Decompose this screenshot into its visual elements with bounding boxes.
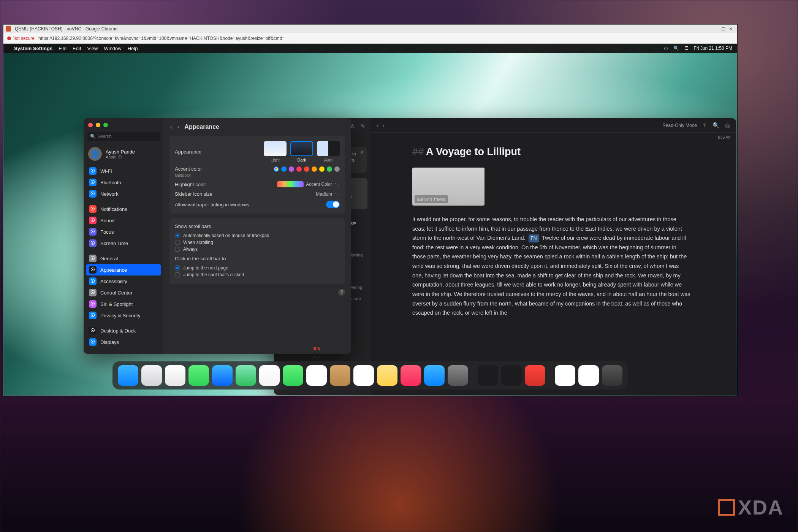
dock-app-appstore[interactable] <box>424 365 445 386</box>
sidebar-item-accessibility[interactable]: ⦿ Accessibility <box>86 276 161 287</box>
document-body[interactable]: ##A Voyage to Lilliput Gulliver's Travel… <box>370 139 736 333</box>
dock-app-textedit[interactable] <box>555 365 575 386</box>
dock-app-reminders[interactable] <box>353 365 374 386</box>
dock-app-launchpad[interactable] <box>141 365 162 386</box>
dock-app-ulysses[interactable] <box>478 365 498 386</box>
dock-app-calendar[interactable]: JUN21 <box>306 365 327 386</box>
search-icon: 🔍 <box>90 134 96 139</box>
menubar-view[interactable]: View <box>87 46 98 51</box>
help-button[interactable]: ? <box>338 289 345 296</box>
spotlight-icon[interactable]: 🔍 <box>673 46 679 51</box>
screen-mirror-icon[interactable]: ▭ <box>664 46 668 51</box>
sidebar-item-sound[interactable]: ⦿ Sound <box>86 215 161 226</box>
scroll-option[interactable]: Always <box>175 247 340 252</box>
click-option[interactable]: Jump to the next page <box>175 265 340 271</box>
dock-app-cards[interactable] <box>525 365 545 386</box>
wallpaper-tint-toggle[interactable] <box>326 201 340 208</box>
url-input[interactable] <box>38 36 733 41</box>
accent-swatch[interactable] <box>281 166 287 172</box>
radio-icon <box>175 272 180 277</box>
bt-icon: ⦿ <box>89 179 97 186</box>
doc-image[interactable]: Gulliver's Travels <box>412 168 484 206</box>
dock-app-settings[interactable] <box>448 365 468 386</box>
close-icon[interactable]: ✕ <box>360 149 364 156</box>
nav-back-icon[interactable]: ‹ <box>170 124 172 130</box>
accent-swatch[interactable] <box>296 166 302 172</box>
accent-swatch[interactable] <box>327 166 332 172</box>
sidebar-item-focus[interactable]: ⦿ Focus <box>86 226 161 238</box>
theme-light[interactable]: Light <box>264 141 287 162</box>
dock-app-finder[interactable] <box>118 365 138 386</box>
system-settings-window[interactable]: 🔍 👤 Ayush Pande Apple ID ⦿ Wi-Fi ⦿ Bluet… <box>84 118 351 354</box>
sidebar-item-desktop-dock[interactable]: ⦿ Desktop & Dock <box>86 325 161 336</box>
sidebar-icon-popup[interactable]: Medium⌃⌄ <box>316 192 340 197</box>
ulysses-new-sheet-icon[interactable]: ✎ <box>360 123 365 130</box>
scroll-option[interactable]: When scrolling <box>175 240 340 245</box>
window-maximize-icon[interactable]: ▢ <box>719 26 727 32</box>
zoom-button[interactable] <box>103 123 108 127</box>
accent-swatch[interactable] <box>304 166 309 172</box>
accent-multicolor[interactable] <box>274 166 279 172</box>
accent-swatch[interactable] <box>312 166 317 172</box>
dock: JUN21 <box>112 361 628 390</box>
highlight-popup[interactable]: Accent Color⌃⌄ <box>306 182 340 187</box>
radio-label: Automatically based on mouse or trackpad <box>183 233 269 238</box>
dock-app-trash[interactable] <box>602 365 622 386</box>
settings-search-input[interactable] <box>87 132 160 141</box>
window-close-icon[interactable]: ✕ <box>727 26 735 32</box>
chrome-titlebar[interactable]: QEMU (HACKINTOSH) - noVNC - Google Chrom… <box>3 25 737 33</box>
dock-app-photos[interactable] <box>259 365 280 386</box>
cc-icon: ⦿ <box>89 289 97 296</box>
share-icon[interactable]: ⇪ <box>702 122 707 129</box>
mac-menubar: System Settings File Edit View Window He… <box>3 44 737 53</box>
dock-app-appletv[interactable] <box>501 365 522 386</box>
menubar-window[interactable]: Window <box>104 46 121 51</box>
profile-name: Ayush Pande <box>106 149 135 155</box>
sidebar-item-general[interactable]: ⦿ General <box>86 253 161 264</box>
sidebar-item-displays[interactable]: ⦿ Displays <box>86 336 161 348</box>
dock-app-mail[interactable] <box>212 365 233 386</box>
window-minimize-icon[interactable]: — <box>712 26 719 32</box>
sidebar-item-control-center[interactable]: ⦿ Control Center <box>86 287 161 298</box>
scroll-option[interactable]: Automatically based on mouse or trackpad <box>175 233 340 238</box>
minimize-button[interactable] <box>96 123 100 127</box>
sidebar-item-siri-spotlight[interactable]: ⦿ Siri & Spotlight <box>86 298 161 310</box>
click-option[interactable]: Jump to the spot that's clicked <box>175 272 340 277</box>
sidebar-item-screen-time[interactable]: ⦿ Screen Time <box>86 238 161 249</box>
menubar-help[interactable]: Help <box>128 46 138 51</box>
dock-app-safari[interactable] <box>165 365 185 386</box>
close-button[interactable] <box>88 123 93 127</box>
sidebar-item-privacy-security[interactable]: ⦿ Privacy & Security <box>86 310 161 321</box>
sidebar-item-bluetooth[interactable]: ⦿ Bluetooth <box>86 177 161 188</box>
dock-app-messages[interactable] <box>188 365 209 386</box>
menubar-edit[interactable]: Edit <box>73 46 81 51</box>
menubar-app-name[interactable]: System Settings <box>14 46 52 51</box>
control-center-icon[interactable]: ☰ <box>684 46 689 51</box>
accent-swatch[interactable] <box>289 166 294 172</box>
mac-desktop[interactable]: System Settings File Edit View Window He… <box>3 44 737 396</box>
not-secure-badge[interactable]: Not secure <box>7 36 35 41</box>
footnote-marker[interactable]: FN <box>529 234 539 242</box>
sidebar-item-appearance[interactable]: ⦿ Appearance <box>86 264 161 276</box>
nav-back-icon[interactable]: ‹ <box>377 122 378 129</box>
theme-auto[interactable]: Auto <box>317 141 340 162</box>
goals-icon[interactable]: ◎ <box>725 122 730 129</box>
dock-app-facetime[interactable] <box>283 365 303 386</box>
dock-app-music[interactable] <box>401 365 421 386</box>
dock-app-maps[interactable] <box>236 365 256 386</box>
search-icon[interactable]: 🔍 <box>712 122 720 129</box>
apple-id-row[interactable]: 👤 Ayush Pande Apple ID <box>84 145 163 165</box>
accent-swatch[interactable] <box>319 166 325 172</box>
sidebar-item-wi-fi[interactable]: ⦿ Wi-Fi <box>86 165 161 177</box>
menubar-file[interactable]: File <box>59 46 66 51</box>
menubar-clock[interactable]: Fri Jun 21 1:50 PM <box>694 46 732 51</box>
dock-app-notes[interactable] <box>377 365 397 386</box>
accent-swatch[interactable] <box>334 166 340 172</box>
sidebar-item-notifications[interactable]: ⦿ Notifications <box>86 203 161 215</box>
nav-forward-icon[interactable]: › <box>177 124 179 130</box>
dock-app-contacts[interactable] <box>330 365 350 386</box>
dock-app-preview[interactable] <box>578 365 599 386</box>
nav-forward-icon[interactable]: › <box>382 122 384 129</box>
sidebar-item-network[interactable]: ⦿ Network <box>86 188 161 200</box>
theme-dark[interactable]: Dark <box>290 141 313 162</box>
